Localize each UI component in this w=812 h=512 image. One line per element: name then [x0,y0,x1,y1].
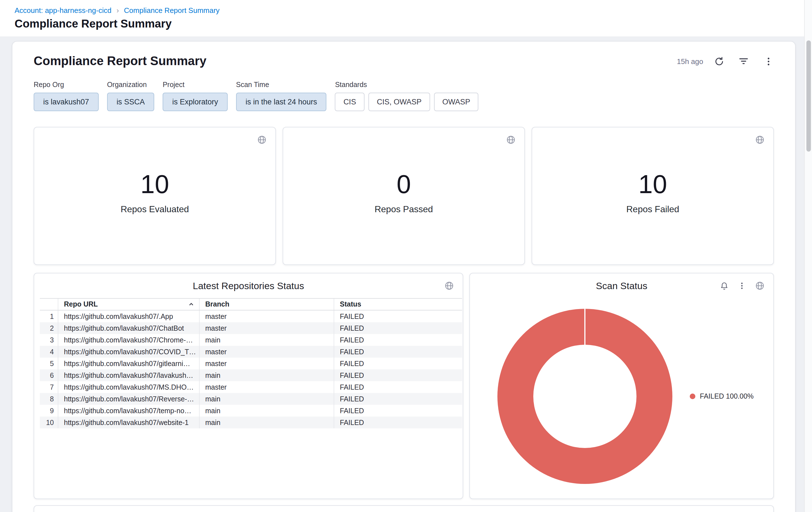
standards-option-button[interactable]: CIS, OWASP [369,92,430,111]
scan-status-card: Scan Status [469,273,774,499]
row-index: 10 [40,416,58,428]
row-index: 5 [40,358,58,370]
filter-group: Project is Exploratory [163,81,228,111]
metric-card: 10 Repos Evaluated [34,127,276,265]
metric-content: 10 Repos Failed [627,169,679,214]
table-row[interactable]: 9 https://github.com/lavakush07/temp-no…… [40,405,462,416]
chart-legend[interactable]: FAILED 100.00% [690,393,754,400]
scan-status-donut-chart[interactable] [497,309,672,484]
globe-icon[interactable] [256,134,267,145]
row-index: 2 [40,322,58,334]
branch-cell: master [199,381,334,393]
bottom-row: Latest Repositories Status Repo URL [34,273,774,499]
donut-slice-seam [584,309,585,346]
status-cell: FAILED [334,370,462,381]
breadcrumb-current-link[interactable]: Compliance Report Summary [124,6,220,15]
filter-label: Scan Time [236,81,327,89]
filter-chips: Repo Org is lavakush07 Organization is S… [34,81,327,111]
more-options-button[interactable] [763,56,774,67]
branch-cell: main [199,334,334,346]
standards-options: CIS CIS, OWASP OWASP [335,92,478,111]
last-refreshed-label: 15h ago [677,57,703,65]
breadcrumb-account-link[interactable]: Account: app-harness-ng-cicd [14,6,111,15]
metric-content: 10 Repos Evaluated [121,169,189,214]
branch-cell: main [199,405,334,416]
row-index: 1 [40,311,58,322]
branch-cell: master [199,346,334,358]
standards-option-button[interactable]: OWASP [434,92,478,111]
repo-url-cell: https://github.com/lavakush07/.App [58,311,199,322]
branch-cell: master [199,311,334,322]
table-row[interactable]: 10 https://github.com/lavakush07/website… [40,416,462,428]
standards-filter-group: Standards CIS CIS, OWASP OWASP [335,81,478,111]
status-cell: FAILED [334,381,462,393]
table-row[interactable]: 5 https://github.com/lavakush07/gitlearn… [40,358,462,370]
alert-bell-button[interactable] [718,280,730,291]
status-cell: FAILED [334,416,462,428]
metric-content: 0 Repos Passed [375,169,433,214]
repo-url-cell: https://github.com/lavakush07/lavakush… [58,370,199,381]
breadcrumb-separator-icon: › [116,6,119,15]
filter-group: Organization is SSCA [107,81,154,111]
metric-label: Repos Evaluated [121,204,189,214]
filter-chip[interactable]: is lavakush07 [34,92,99,111]
status-cell: FAILED [334,322,462,334]
metric-card: 0 Repos Passed [283,127,525,265]
dashboard-title: Compliance Report Summary [34,54,206,69]
repositories-table: Repo URL Branch Status 1 https://github.… [40,298,462,428]
globe-icon[interactable] [754,134,765,145]
column-header-status[interactable]: Status [334,299,462,310]
repo-url-cell: https://github.com/lavakush07/temp-no… [58,405,199,416]
filters-row: Repo Org is lavakush07 Organization is S… [34,81,774,111]
kebab-menu-icon [738,282,746,290]
next-card-peek [34,505,774,512]
branch-cell: main [199,416,334,428]
scrollbar-thumb[interactable] [806,41,811,152]
globe-icon[interactable] [505,134,517,145]
metric-label: Repos Passed [375,204,433,214]
refresh-button[interactable] [713,56,725,67]
branch-cell: master [199,358,334,370]
row-index: 3 [40,334,58,346]
repo-url-cell: https://github.com/lavakush07/Reverse-… [58,393,199,405]
page-title: Compliance Report Summary [14,18,798,30]
vertical-scrollbar [804,0,812,512]
table-row[interactable]: 7 https://github.com/lavakush07/MS.DHO… … [40,381,462,393]
filter-chip[interactable]: is Exploratory [163,92,228,111]
app-viewport: Account: app-harness-ng-cicd › Complianc… [0,0,812,512]
branch-cell: main [199,370,334,381]
globe-icon[interactable] [754,280,765,291]
repo-url-cell: https://github.com/lavakush07/gitlearni… [58,358,199,370]
dashboard-actions: 15h ago [677,56,774,67]
bell-icon [720,281,728,290]
column-header-repo-url[interactable]: Repo URL [58,299,199,310]
table-row[interactable]: 2 https://github.com/lavakush07/ChatBot … [40,322,462,334]
table-row[interactable]: 3 https://github.com/lavakush07/Chrome-…… [40,334,462,346]
globe-icon[interactable] [443,280,455,291]
standards-option-button[interactable]: CIS [335,92,365,111]
filter-button[interactable] [738,56,749,67]
table-row[interactable]: 1 https://github.com/lavakush07/.App mas… [40,311,462,322]
row-index: 4 [40,346,58,358]
status-cell: FAILED [334,311,462,322]
card-more-options-button[interactable] [736,280,748,291]
filter-chip[interactable]: is SSCA [107,92,154,111]
repo-url-cell: https://github.com/lavakush07/Chrome-… [58,334,199,346]
row-index: 9 [40,405,58,416]
table-row[interactable]: 4 https://github.com/lavakush07/COVID_T…… [40,346,462,358]
legend-failed-label: FAILED 100.00% [700,393,754,400]
row-index: 6 [40,370,58,381]
table-row[interactable]: 8 https://github.com/lavakush07/Reverse-… [40,393,462,405]
status-cell: FAILED [334,405,462,416]
status-cell: FAILED [334,346,462,358]
filter-chip[interactable]: is in the last 24 hours [236,92,327,111]
status-cell: FAILED [334,334,462,346]
table-row[interactable]: 6 https://github.com/lavakush07/lavakush… [40,370,462,381]
column-header-branch[interactable]: Branch [199,299,334,310]
table-body: 1 https://github.com/lavakush07/.App mas… [40,311,462,428]
repo-url-cell: https://github.com/lavakush07/COVID_T… [58,346,199,358]
metric-label: Repos Failed [627,204,679,214]
filter-label: Organization [107,81,154,89]
metrics-row: 10 Repos Evaluated 0 Repos Passed 10 [34,127,774,265]
row-index: 7 [40,381,58,393]
